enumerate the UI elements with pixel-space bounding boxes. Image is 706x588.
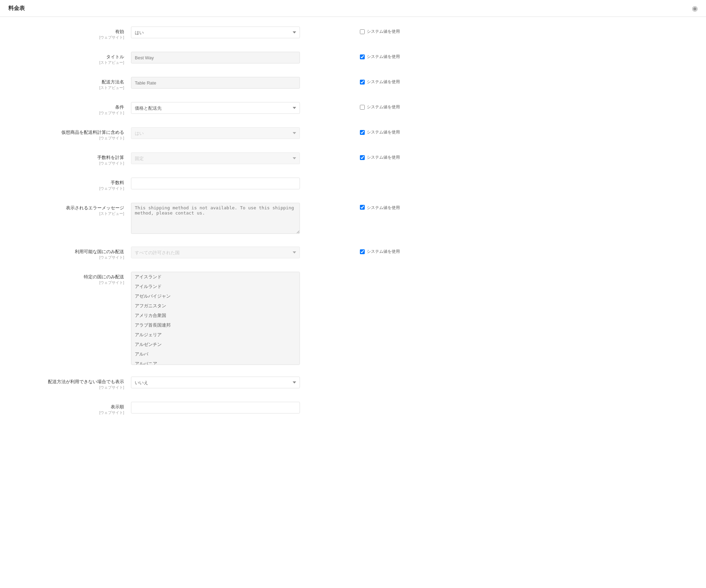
- label-enabled: 有効 [ウェブサイト]: [14, 27, 131, 40]
- list-item[interactable]: アラブ首長国連邦: [131, 320, 300, 330]
- row-handling-fee: 手数料 [ウェブサイト]: [14, 175, 400, 194]
- list-item[interactable]: アルゼンチン: [131, 340, 300, 349]
- label-method-name: 配送方法名 [ストアビュー]: [14, 77, 131, 90]
- system-value-checkbox-condition[interactable]: [360, 105, 365, 110]
- control-sort-order: [131, 402, 400, 413]
- label-sort-order: 表示順 [ウェブサイト]: [14, 402, 131, 415]
- control-title: [131, 52, 354, 63]
- error-message-textarea[interactable]: [131, 203, 300, 234]
- control-include-virtual: はい いいえ: [131, 127, 354, 139]
- label-condition: 条件 [ウェブサイト]: [14, 102, 131, 116]
- row-error-message: 表示されるエラーメッセージ [ストアビュー] システム値を使用: [14, 200, 400, 238]
- include-virtual-select[interactable]: はい いいえ: [131, 127, 300, 139]
- specific-countries-listbox[interactable]: アイスランド アイルランド アゼルバイジャン アフガニスタン アメリカ合衆国 ア…: [131, 272, 300, 365]
- label-include-virtual: 仮想商品を配送料計算に含める [ウェブサイト]: [14, 127, 131, 141]
- close-icon[interactable]: ◉: [692, 4, 698, 12]
- sort-order-input[interactable]: [131, 402, 300, 413]
- row-allowed-countries: 利用可能な国にのみ配送 [ウェブサイト] すべての許可された国 特定の国 システ…: [14, 244, 400, 263]
- method-name-input[interactable]: [131, 77, 300, 89]
- list-item[interactable]: アイルランド: [131, 282, 300, 291]
- enabled-select[interactable]: はい いいえ: [131, 27, 300, 38]
- form-container: 有効 [ウェブサイト] はい いいえ システム値を使用 タイトル [ストアビュー…: [0, 17, 414, 431]
- list-item[interactable]: アメリカ合衆国: [131, 311, 300, 320]
- row-handling-type: 手数料を計算 [ウェブサイト] 固定 パーセント システム値を使用: [14, 150, 400, 169]
- row-condition: 条件 [ウェブサイト] 価格と配送先 重量と配送先 商品点数と配送先 システム値…: [14, 99, 400, 118]
- list-item[interactable]: アルバ: [131, 349, 300, 359]
- control-specific-countries: アイスランド アイルランド アゼルバイジャン アフガニスタン アメリカ合衆国 ア…: [131, 272, 400, 365]
- list-item[interactable]: アゼルバイジャン: [131, 291, 300, 301]
- system-value-checkbox-include-virtual[interactable]: [360, 130, 365, 135]
- system-value-enabled: システム値を使用: [354, 27, 400, 34]
- control-show-if-not-applicable: いいえ はい: [131, 377, 400, 388]
- row-show-if-not-applicable: 配送方法が利用できない場合でも表示 [ウェブサイト] いいえ はい: [14, 374, 400, 393]
- system-value-checkbox-method-name[interactable]: [360, 80, 365, 84]
- label-error-message: 表示されるエラーメッセージ [ストアビュー]: [14, 203, 131, 216]
- condition-select[interactable]: 価格と配送先 重量と配送先 商品点数と配送先: [131, 102, 300, 114]
- system-value-checkbox-error-message[interactable]: [360, 205, 365, 210]
- control-method-name: [131, 77, 354, 89]
- list-item[interactable]: アルバニア: [131, 359, 300, 365]
- label-allowed-countries: 利用可能な国にのみ配送 [ウェブサイト]: [14, 247, 131, 260]
- system-value-checkbox-handling-type[interactable]: [360, 155, 365, 160]
- system-value-condition: システム値を使用: [354, 102, 400, 110]
- system-value-checkbox-enabled[interactable]: [360, 29, 365, 34]
- label-show-if-not-applicable: 配送方法が利用できない場合でも表示 [ウェブサイト]: [14, 377, 131, 390]
- system-value-checkbox-title[interactable]: [360, 54, 365, 59]
- system-value-title: システム値を使用: [354, 52, 400, 60]
- control-condition: 価格と配送先 重量と配送先 商品点数と配送先: [131, 102, 354, 114]
- title-input[interactable]: [131, 52, 300, 63]
- control-enabled: はい いいえ: [131, 27, 354, 38]
- system-value-include-virtual: システム値を使用: [354, 127, 400, 135]
- allowed-countries-select[interactable]: すべての許可された国 特定の国: [131, 247, 300, 258]
- row-include-virtual: 仮想商品を配送料計算に含める [ウェブサイト] はい いいえ システム値を使用: [14, 124, 400, 143]
- list-item[interactable]: アイスランド: [131, 272, 300, 282]
- row-title: タイトル [ストアビュー] システム値を使用: [14, 49, 400, 68]
- system-value-method-name: システム値を使用: [354, 77, 400, 85]
- system-value-allowed-countries: システム値を使用: [354, 247, 400, 255]
- handling-type-select[interactable]: 固定 パーセント: [131, 152, 300, 164]
- row-specific-countries: 特定の国にのみ配送 [ウェブサイト] アイスランド アイルランド アゼルバイジャ…: [14, 269, 400, 368]
- label-specific-countries: 特定の国にのみ配送 [ウェブサイト]: [14, 272, 131, 285]
- control-handling-type: 固定 パーセント: [131, 152, 354, 164]
- show-if-not-applicable-select[interactable]: いいえ はい: [131, 377, 300, 388]
- list-item[interactable]: アフガニスタン: [131, 301, 300, 311]
- control-allowed-countries: すべての許可された国 特定の国: [131, 247, 354, 258]
- label-handling-fee: 手数料 [ウェブサイト]: [14, 178, 131, 191]
- label-title: タイトル [ストアビュー]: [14, 52, 131, 65]
- page-title: 料金表: [8, 5, 25, 12]
- page-header: 料金表 ◉: [0, 0, 706, 17]
- label-handling-type: 手数料を計算 [ウェブサイト]: [14, 152, 131, 166]
- system-value-error-message: システム値を使用: [354, 203, 400, 211]
- control-handling-fee: [131, 178, 400, 189]
- row-method-name: 配送方法名 [ストアビュー] システム値を使用: [14, 74, 400, 93]
- control-error-message: [131, 203, 354, 235]
- system-value-handling-type: システム値を使用: [354, 152, 400, 160]
- row-sort-order: 表示順 [ウェブサイト]: [14, 399, 400, 418]
- row-enabled: 有効 [ウェブサイト] はい いいえ システム値を使用: [14, 24, 400, 43]
- list-item[interactable]: アルジェリア: [131, 330, 300, 340]
- system-value-checkbox-allowed-countries[interactable]: [360, 249, 365, 254]
- handling-fee-input[interactable]: [131, 178, 300, 189]
